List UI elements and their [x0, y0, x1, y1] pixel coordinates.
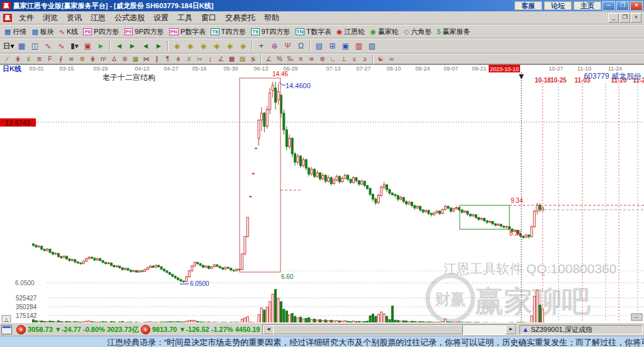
gann-draw-icon-9[interactable]: ≤ — [349, 55, 360, 64]
collapse-minus-icon[interactable]: − — [635, 314, 638, 321]
menu-item-窗口[interactable]: 窗口 — [197, 11, 221, 25]
toolbar-button-T四方形[interactable]: T8T四方形 — [208, 26, 248, 37]
special-tool-icon-1[interactable]: ☯ — [375, 55, 386, 64]
toolbar-button-P四方形[interactable]: P8P四方形 — [80, 26, 121, 37]
menu-item-浏览[interactable]: 浏览 — [38, 11, 62, 25]
draw-tool-icon-3[interactable]: ♯ — [23, 55, 34, 64]
gann-draw-icon-10[interactable]: ≥ — [360, 55, 370, 64]
toolbar-button-9T四方形[interactable]: T99T四方形 — [248, 26, 292, 37]
sh-index-icon[interactable]: ¥ — [16, 325, 26, 334]
crosshair-icon[interactable]: + — [255, 40, 268, 52]
titlebar-button-论坛[interactable]: 论坛 — [544, 1, 572, 10]
gann-tool-icon-1[interactable]: ◈ — [170, 40, 184, 52]
gann-tool-icon-5[interactable]: ◈ — [223, 40, 236, 52]
gann-draw-icon-3[interactable]: ‰ — [285, 55, 296, 64]
nav-prev-icon[interactable]: ◄ — [139, 40, 152, 52]
toolbar-button-赢家服务[interactable]: $赢家服务 — [435, 26, 473, 37]
toolbar-button-K线[interactable]: ∿K线 — [57, 26, 81, 37]
draw-tool-icon-17[interactable]: ⋔ — [173, 55, 184, 64]
linked-index-panel[interactable]: ▲ SZ399001,深证成指 — [519, 325, 643, 334]
draw-tool-icon-13[interactable]: ▦ — [130, 55, 141, 64]
calendar-status-icon[interactable] — [1, 325, 12, 334]
draw-tool-icon-5[interactable]: F — [45, 55, 55, 64]
save-icon[interactable]: ▣ — [339, 40, 352, 52]
draw-tool-icon-7[interactable]: ≌ — [66, 55, 77, 64]
candle-style-icon[interactable]: ▮▾ — [68, 40, 81, 52]
kline-chart[interactable]: 江恩工具软件 QQ:100800360赢家聊吧财赢14.4614.46006.6… — [0, 64, 644, 322]
draw-tool-icon-4[interactable]: ≣ — [34, 55, 45, 64]
horizontal-scrollbar[interactable]: ◄ ► — [262, 324, 517, 335]
gann-tool-icon-6[interactable]: ◈ — [236, 40, 250, 52]
gann-tool-icon-3[interactable]: ◈ — [197, 40, 210, 52]
toolbar-button-六角形[interactable]: ◇六角形 — [401, 26, 434, 37]
draw-tool-icon-1[interactable]: ∕ — [2, 55, 13, 64]
mdi-restore-button[interactable]: ❒ — [619, 13, 630, 23]
draw-tool-icon-23[interactable]: ▨ — [237, 55, 248, 64]
toolbar-button-9P四方形[interactable]: P99P四方形 — [122, 26, 167, 37]
menu-item-公式选股[interactable]: 公式选股 — [110, 11, 149, 25]
nav-first-icon[interactable]: ◄ — [113, 40, 126, 52]
expand-triangle-icon[interactable]: △ — [4, 317, 9, 322]
calendar-icon[interactable]: ▤ — [313, 40, 326, 52]
gann-draw-icon-6[interactable]: ⊕ — [317, 55, 328, 64]
calculator-icon[interactable]: ⊞ — [326, 40, 339, 52]
toolbar-button-赢家轮[interactable]: ◉赢家轮 — [368, 26, 402, 37]
scroll-left-icon[interactable]: ◄ — [263, 325, 274, 334]
gann-draw-icon-1[interactable]: ∠ — [264, 55, 274, 64]
draw-tool-icon-19[interactable]: ∺ — [194, 55, 205, 64]
split-view-icon[interactable]: ◫ — [28, 40, 42, 52]
maximize-button[interactable]: ❒ — [616, 1, 629, 11]
toolbar-button-江恩轮[interactable]: ◉江恩轮 — [334, 26, 368, 37]
toolbar-button-P数字表[interactable]: PNP数字表 — [167, 26, 208, 37]
nav-last-icon[interactable]: ► — [126, 40, 139, 52]
toolbar-button-板块[interactable]: ▩板块 — [29, 26, 56, 37]
scrollbar-thumb[interactable] — [273, 325, 463, 334]
toolbar-button-行情[interactable]: ▦行情 — [2, 26, 29, 37]
menu-item-交易委托[interactable]: 交易委托 — [221, 11, 260, 25]
gann-tool-icon-2[interactable]: ◈ — [184, 40, 197, 52]
gann-draw-icon-4[interactable]: ≡ — [296, 55, 306, 64]
print-icon[interactable]: ▨ — [365, 40, 379, 52]
sz-index-icon[interactable]: ¥ — [141, 325, 150, 334]
draw-tool-icon-11[interactable]: ∆ — [109, 55, 119, 64]
draw-tool-icon-2[interactable]: ⋕ — [13, 55, 23, 64]
toolbar-button-T数字表[interactable]: TNT数字表 — [293, 26, 334, 37]
close-button[interactable]: × — [630, 1, 643, 11]
chart-frame-icon[interactable]: ▣ — [81, 40, 94, 52]
kline-small-icon2[interactable]: ∿ — [55, 40, 68, 52]
draw-tool-icon-9[interactable]: ⋕ — [87, 55, 98, 64]
gann-draw-icon-7[interactable]: ∟ — [328, 55, 338, 64]
titlebar-button-主页[interactable]: 主页 — [574, 1, 601, 10]
flag-icon[interactable]: ► — [94, 40, 108, 52]
analyze-icon[interactable]: Ψ — [281, 40, 294, 52]
draw-tool-icon-10[interactable]: n² — [98, 55, 109, 64]
period-selector[interactable]: 日▾ — [2, 40, 15, 52]
measure-icon[interactable]: ⊕ — [268, 40, 281, 52]
draw-tool-icon-12[interactable]: ⊛ — [119, 55, 130, 64]
draw-tool-icon-18[interactable]: ♯ — [184, 55, 194, 64]
draw-tool-icon-22[interactable]: ▩ — [226, 55, 237, 64]
menu-item-工具[interactable]: 工具 — [173, 11, 197, 25]
nav-next-icon[interactable]: ► — [152, 40, 165, 52]
mdi-close-button[interactable]: × — [631, 13, 641, 23]
menu-item-资讯[interactable]: 资讯 — [62, 11, 86, 25]
gann-draw-icon-2[interactable]: % — [274, 55, 285, 64]
formula-icon[interactable]: Ω — [294, 40, 308, 52]
draw-tool-icon-6[interactable]: ∮ — [55, 55, 66, 64]
menu-item-文件[interactable]: 文件 — [14, 11, 38, 25]
titlebar-button-客服[interactable]: 客服 — [514, 1, 542, 10]
scroll-right-icon[interactable]: ► — [506, 325, 516, 334]
menu-item-江恩[interactable]: 江恩 — [86, 11, 110, 25]
minimize-button[interactable]: ─ — [602, 1, 615, 11]
special-tool-icon-2[interactable]: ∞ — [386, 55, 397, 64]
draw-tool-icon-14[interactable]: ⋈ — [141, 55, 152, 64]
grid-view-icon[interactable]: ▦ — [15, 40, 28, 52]
disk-icon[interactable]: ▥ — [352, 40, 365, 52]
draw-tool-icon-21[interactable]: ∠ — [216, 55, 226, 64]
draw-tool-icon-24[interactable]: ≶ — [248, 55, 258, 64]
menu-item-设置[interactable]: 设置 — [149, 11, 173, 25]
draw-tool-icon-16[interactable]: ¶ — [162, 55, 173, 64]
gann-draw-icon-8[interactable]: ⊥ — [338, 55, 349, 64]
gann-tool-icon-4[interactable]: ◈ — [210, 40, 223, 52]
kline-small-icon[interactable]: ∿ — [42, 40, 55, 52]
